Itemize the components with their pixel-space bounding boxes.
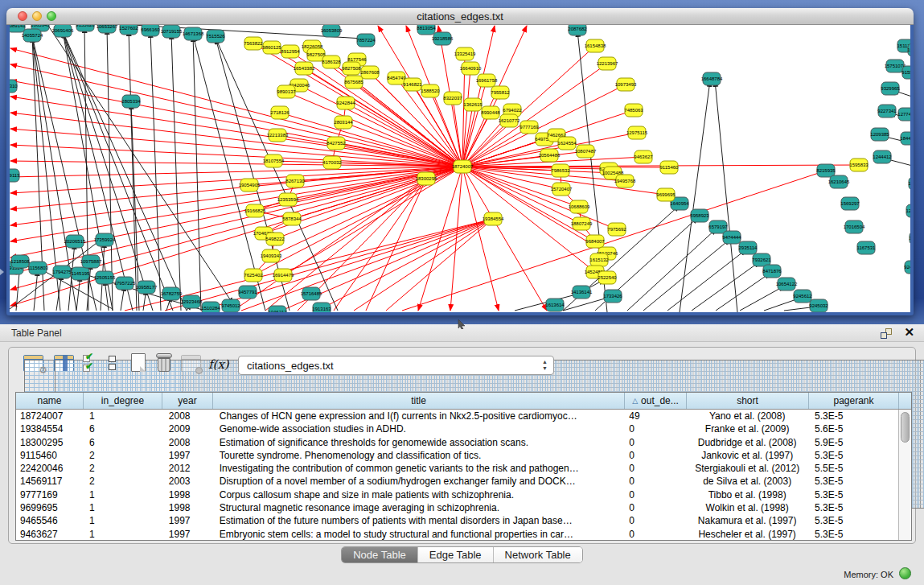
- table-cell[interactable]: Embryonic stem cells: a model to study s…: [213, 528, 625, 540]
- graph-edge[interactable]: [10, 129, 462, 167]
- table-cell[interactable]: 0: [624, 422, 686, 435]
- tab-network-table[interactable]: Network Table: [494, 547, 582, 562]
- table-cell[interactable]: 49: [624, 410, 686, 422]
- graph-node[interactable]: 12213383: [267, 129, 289, 142]
- graph-edge[interactable]: [10, 167, 462, 241]
- column-header[interactable]: in_degree: [84, 393, 162, 409]
- graph-edge[interactable]: [76, 275, 80, 311]
- table-cell[interactable]: 5.3E-5: [808, 514, 898, 527]
- table-row[interactable]: 969969511998Structural magnetic resonanc…: [16, 501, 898, 514]
- table-row[interactable]: 1872400712008Changes of HCN gene express…: [16, 410, 898, 422]
- graph-node[interactable]: 9777169: [519, 121, 539, 134]
- graph-node[interactable]: 8215935: [816, 164, 836, 177]
- table-cell[interactable]: Disruption of a novel member of a sodium…: [213, 475, 625, 488]
- graph-node[interactable]: 2803144: [334, 116, 353, 129]
- graph-node[interactable]: 14136141: [571, 286, 593, 299]
- table-cell[interactable]: 2003: [162, 475, 213, 488]
- graph-node[interactable]: 2867608: [360, 66, 380, 79]
- table-row[interactable]: 1830029562008Estimation of significance …: [16, 436, 898, 449]
- graph-node[interactable]: 7955812: [491, 86, 510, 99]
- graph-node[interactable]: 9745012: [221, 299, 240, 312]
- graph-node[interactable]: 7857224: [356, 34, 376, 47]
- table-cell[interactable]: Jankovic et al. (1997): [686, 449, 808, 462]
- graph-node[interactable]: 16210645: [828, 175, 850, 188]
- graph-node[interactable]: 19166825: [244, 204, 266, 217]
- table-cell[interactable]: Tibbo et al. (1998): [686, 488, 808, 501]
- graph-node[interactable]: 1167531: [857, 241, 877, 254]
- graph-edge[interactable]: [715, 80, 737, 312]
- graph-edge[interactable]: [462, 167, 547, 311]
- column-header[interactable]: pagerank: [809, 393, 899, 409]
- table-cell[interactable]: 2008: [162, 436, 213, 449]
- table-cell[interactable]: Estimation of the future numbers of pati…: [213, 514, 625, 527]
- graph-node[interactable]: 7986532: [551, 164, 570, 177]
- graph-node[interactable]: 2718126: [270, 106, 290, 119]
- graph-node[interactable]: 9329965: [881, 82, 900, 95]
- table-cell[interactable]: 1: [84, 410, 162, 422]
- table-cell[interactable]: 5.3E-5: [808, 410, 898, 422]
- table-cell[interactable]: Yano et al. (2008): [686, 410, 808, 422]
- graph-node[interactable]: 9827508: [342, 62, 361, 75]
- graph-node[interactable]: 19409343: [261, 249, 282, 262]
- float-window-icon[interactable]: [881, 328, 892, 339]
- table-cell[interactable]: Investigating the contribution of common…: [213, 462, 625, 475]
- column-header[interactable]: short: [687, 393, 809, 409]
- graph-node[interactable]: 10807487: [575, 145, 597, 158]
- graph-edge[interactable]: [10, 113, 462, 167]
- table-cell[interactable]: 2: [84, 462, 162, 475]
- graph-node[interactable]: 9699695: [656, 188, 676, 201]
- graph-node[interactable]: 7485063: [624, 104, 643, 117]
- table-cell[interactable]: 1: [84, 501, 162, 514]
- graph-edge[interactable]: [107, 28, 113, 311]
- graph-node[interactable]: 9457791: [238, 286, 257, 299]
- graph-node[interactable]: 12505155: [94, 271, 116, 284]
- new-table-icon[interactable]: [131, 353, 146, 372]
- table-cell[interactable]: 1997: [162, 449, 213, 462]
- graph-node[interactable]: 10975887: [80, 255, 102, 268]
- table-cell[interactable]: 9777169: [16, 488, 84, 501]
- tab-edge-table[interactable]: Edge Table: [418, 547, 494, 562]
- graph-node[interactable]: 6966160: [141, 25, 160, 36]
- graph-edge[interactable]: [643, 239, 730, 311]
- graph-node[interactable]: 9245612: [793, 290, 812, 303]
- graph-edge[interactable]: [366, 179, 426, 311]
- graph-node[interactable]: 17359924: [94, 233, 116, 246]
- table-cell[interactable]: 5.5E-5: [808, 462, 898, 475]
- vertical-scrollbar[interactable]: [898, 410, 911, 540]
- table-cell[interactable]: 2012: [162, 462, 213, 475]
- table-row[interactable]: 946554611997Estimation of the future num…: [16, 514, 898, 527]
- column-header[interactable]: name: [16, 393, 84, 409]
- graph-node[interactable]: 5878344: [282, 212, 302, 225]
- table-cell[interactable]: 2008: [162, 410, 213, 422]
- graph-node[interactable]: 1527602: [119, 25, 138, 35]
- table-cell[interactable]: Nakamura et al. (1997): [686, 514, 808, 527]
- table-cell[interactable]: 0: [624, 475, 686, 488]
- table-cell[interactable]: 0: [624, 436, 686, 449]
- table-row[interactable]: 2242004622012Investigating the contribut…: [16, 462, 898, 475]
- table-cell[interactable]: 1997: [162, 528, 213, 540]
- graph-node[interactable]: 15716485: [301, 287, 322, 300]
- table-cell[interactable]: Franke et al. (2009): [686, 422, 808, 435]
- table-cell[interactable]: 5.3E-5: [808, 449, 898, 462]
- graph-node[interactable]: 1613614: [545, 299, 565, 311]
- graph-node[interactable]: 19218586: [432, 32, 454, 45]
- graph-node[interactable]: 1362615: [463, 98, 483, 111]
- table-cell[interactable]: Tourette syndrome. Phenomenology and cla…: [213, 449, 625, 462]
- table-cell[interactable]: 0: [624, 449, 686, 462]
- graph-node[interactable]: 1145195: [72, 267, 91, 280]
- table-row[interactable]: 1456911722003Disruption of a novel membe…: [16, 475, 898, 488]
- table-cell[interactable]: 1: [84, 488, 162, 501]
- graph-edge[interactable]: [318, 219, 493, 311]
- graph-node[interactable]: 8675685: [344, 76, 363, 89]
- graph-node[interactable]: 1595801: [908, 177, 910, 190]
- table-row[interactable]: 977716911998Corpus callosum shape and si…: [16, 488, 898, 501]
- column-header[interactable]: title: [213, 393, 625, 409]
- graph-node[interactable]: 9146821: [403, 78, 422, 91]
- graph-node[interactable]: 1244412: [873, 150, 892, 163]
- graph-node[interactable]: 7563822: [244, 37, 263, 50]
- graph-node[interactable]: 9155626: [76, 25, 95, 31]
- table-cell[interactable]: 14569117: [16, 475, 84, 488]
- table-settings-icon[interactable]: ⚙: [23, 355, 43, 372]
- graph-node[interactable]: 20691406: [52, 25, 74, 37]
- graph-node[interactable]: 5498222: [265, 233, 285, 245]
